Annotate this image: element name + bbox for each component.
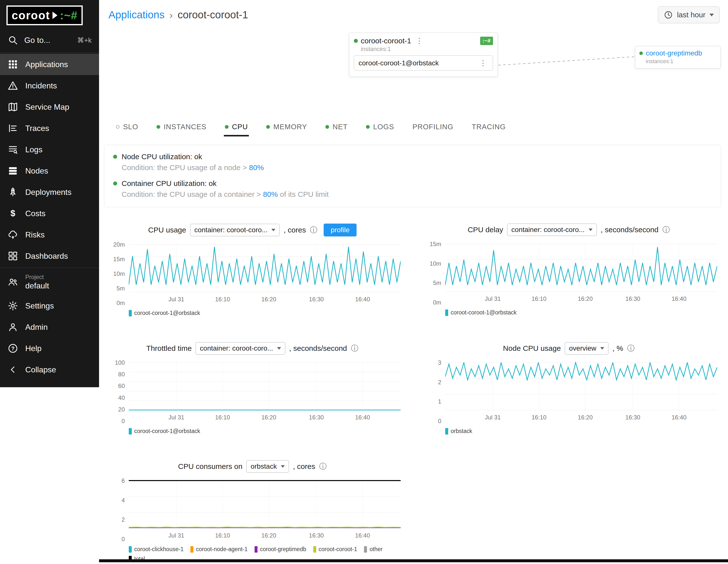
status-dot <box>266 125 270 129</box>
sidebar-item-service-map[interactable]: Service Map <box>0 96 99 118</box>
y-tick-label: 5m <box>433 280 441 286</box>
linked-node-title[interactable]: coroot-greptimedb <box>646 49 702 57</box>
profile-button[interactable]: profile <box>324 224 356 236</box>
logs-icon <box>7 144 18 155</box>
status-check: Node CPU utilization: ok Condition: the … <box>113 153 712 172</box>
tab-net[interactable]: NET <box>324 119 349 136</box>
info-icon[interactable]: ⓘ <box>351 343 358 354</box>
y-tick-label: 3 <box>438 359 441 366</box>
status-dot <box>639 51 643 55</box>
y-tick-label: 0m <box>117 300 125 307</box>
legend-item[interactable]: coroot-node-agent-1 <box>190 546 247 553</box>
breadcrumb-applications-link[interactable]: Applications <box>108 9 164 21</box>
tab-slo[interactable]: SLO <box>115 119 139 136</box>
x-axis: Jul 3116:1016:2016:3016:40 <box>129 411 401 422</box>
sidebar-item-risks[interactable]: Risks <box>0 224 99 245</box>
tab-memory[interactable]: MEMORY <box>265 119 308 136</box>
info-icon[interactable]: ⓘ <box>319 461 327 472</box>
series-selector-dropdown[interactable]: overview <box>565 342 608 355</box>
tab-instances[interactable]: INSTANCES <box>156 119 208 136</box>
sidebar-divider <box>0 52 99 53</box>
y-tick-label: 10m <box>430 260 441 267</box>
instance-item[interactable]: coroot-coroot-1@orbstack ⋮ <box>354 55 493 71</box>
kebab-menu-icon[interactable]: ⋮ <box>414 36 424 45</box>
tab-label: MEMORY <box>273 123 307 131</box>
tab-logs[interactable]: LOGS <box>365 119 395 136</box>
y-tick-label: 40 <box>118 394 125 401</box>
y-tick-label: 6 <box>122 477 125 484</box>
sidebar-item-deployments[interactable]: Deployments <box>0 181 99 203</box>
goto-shortcut: ⌘+k <box>77 36 92 44</box>
tab-tracing[interactable]: TRACING <box>471 119 507 136</box>
legend-item[interactable]: other <box>364 546 382 553</box>
legend-item[interactable]: coroot-coroot-1@orbstack <box>445 309 517 316</box>
logo-text: coroot <box>12 9 50 22</box>
info-icon[interactable]: ⓘ <box>310 225 317 235</box>
app-node-card[interactable]: coroot-coroot-1 ⋮ :~# instances:1 coroot… <box>349 33 498 77</box>
tab-label: SLO <box>123 123 138 131</box>
y-tick-label: 1 <box>438 398 441 405</box>
sidebar-item-settings[interactable]: Settings <box>0 295 99 316</box>
sidebar-item-admin[interactable]: Admin <box>0 316 99 338</box>
sidebar-item-help[interactable]: ? Help <box>0 338 99 359</box>
x-tick-label: 16:40 <box>355 414 370 421</box>
x-axis: Jul 3116:1016:2016:3016:40 <box>129 529 401 540</box>
kebab-menu-icon[interactable]: ⋮ <box>478 59 488 67</box>
sidebar-item-incidents[interactable]: Incidents <box>0 75 99 96</box>
tab-profiling[interactable]: PROFILING <box>412 119 454 136</box>
report-tabs: SLO INSTANCES CPU MEMORY NET LOGS PROFIL… <box>115 119 718 136</box>
y-tick-label: 100 <box>115 359 125 366</box>
sidebar-item-collapse[interactable]: Collapse <box>0 359 99 380</box>
project-name: default <box>25 281 49 291</box>
legend-item[interactable]: coroot-coroot-1 <box>313 546 357 553</box>
info-icon[interactable]: ⓘ <box>662 225 670 235</box>
instance-name: coroot-coroot-1@orbstack <box>359 59 439 67</box>
x-tick-label: 16:20 <box>261 414 276 421</box>
applications-grid-icon <box>7 59 18 70</box>
sidebar-item-label: Logs <box>25 145 42 154</box>
legend-item[interactable]: coroot-coroot-1@orbstack <box>129 310 200 316</box>
tab-cpu[interactable]: CPU <box>224 119 249 136</box>
people-icon <box>7 277 18 287</box>
series-selector-dropdown[interactable]: container: coroot-coro... <box>507 224 597 236</box>
chevron-down-icon <box>271 229 275 231</box>
sidebar-item-label: Risks <box>25 230 45 239</box>
status-dot <box>156 125 160 129</box>
chart-cpu-consumers: CPU consumers on orbstack , cores ⓘ 0246… <box>104 460 401 562</box>
sidebar-item-logs[interactable]: Logs <box>0 139 99 160</box>
legend-item[interactable]: coroot-coroot-1@orbstack <box>129 428 200 435</box>
legend-item[interactable]: orbstack <box>445 428 472 435</box>
linked-node-card[interactable]: coroot-greptimedb instances:1 <box>635 46 721 68</box>
info-icon[interactable]: ⓘ <box>627 343 635 354</box>
sidebar-item-label: Service Map <box>25 103 69 112</box>
time-range-value: last hour <box>677 11 705 19</box>
sidebar-item-dashboards[interactable]: Dashboards <box>0 245 99 267</box>
sidebar-divider <box>0 268 99 268</box>
x-tick-label: 16:30 <box>309 414 324 421</box>
coroot-logo[interactable]: coroot :~# <box>6 5 83 25</box>
series-selector-dropdown[interactable]: container: coroot-coro... <box>190 224 280 236</box>
project-selector[interactable]: Project default <box>0 269 99 295</box>
goto-search[interactable]: Go to... ⌘+k <box>0 28 99 51</box>
x-tick-label: 16:30 <box>625 295 640 302</box>
legend-item[interactable]: coroot-clickhouse-1 <box>129 546 183 553</box>
sidebar-item-nodes[interactable]: Nodes <box>0 160 99 181</box>
sidebar-item-costs[interactable]: $ Costs <box>0 203 99 224</box>
sidebar-item-label: Nodes <box>25 166 48 176</box>
rocket-icon <box>7 187 18 198</box>
charts-grid: CPU usage container: coroot-coro... , co… <box>104 224 717 562</box>
threshold-link[interactable]: 80% <box>263 190 278 198</box>
legend-swatch <box>129 428 132 435</box>
sidebar-item-traces[interactable]: Traces <box>0 118 99 139</box>
sidebar-item-label: Deployments <box>25 188 72 197</box>
node-selector-dropdown[interactable]: orbstack <box>246 460 289 473</box>
x-tick-label: 16:10 <box>532 295 546 302</box>
tab-label: NET <box>333 123 348 131</box>
x-tick-label: 16:10 <box>532 414 546 421</box>
time-range-picker[interactable]: last hour <box>658 6 720 23</box>
legend-item[interactable]: coroot-greptimedb <box>255 546 306 553</box>
threshold-link[interactable]: 80% <box>249 163 264 172</box>
sidebar-item-applications[interactable]: Applications <box>0 54 99 75</box>
app-node-title: coroot-coroot-1 <box>361 37 411 45</box>
series-selector-dropdown[interactable]: container: coroot-coro... <box>196 342 285 355</box>
